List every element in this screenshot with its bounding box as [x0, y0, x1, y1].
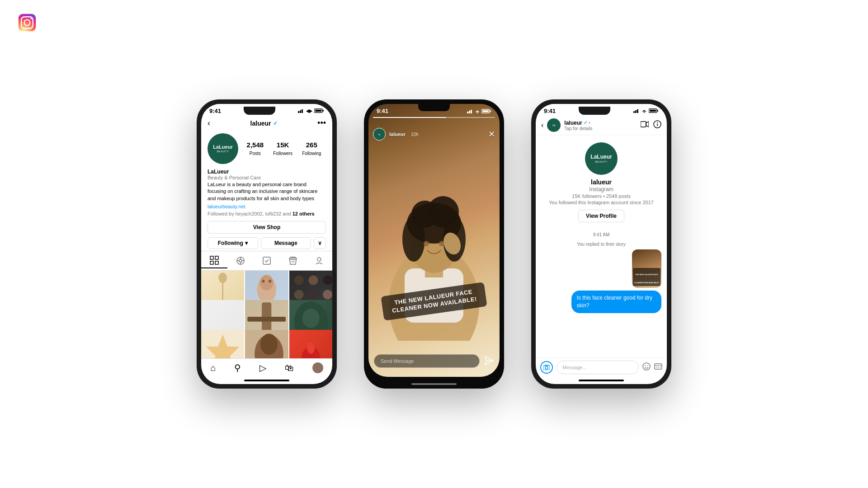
p1-stats-container: 2,548 Posts 15K Followers 265 Following — [242, 141, 326, 157]
svg-point-86 — [545, 366, 548, 369]
p2-send-icon[interactable] — [484, 356, 494, 367]
p2-progress-bar — [373, 117, 495, 118]
p1-nav-home[interactable]: ⌂ — [210, 363, 216, 373]
p2-status-bar: 9:41 — [368, 104, 500, 116]
p3-view-profile-btn[interactable]: View Profile — [578, 210, 624, 222]
svg-rect-80 — [657, 110, 658, 112]
svg-rect-76 — [637, 109, 638, 113]
p2-status-time: 9:41 — [377, 108, 388, 114]
p1-stat-posts: 2,548 Posts — [247, 141, 264, 157]
svg-point-69 — [427, 196, 459, 228]
p3-emoji-icon[interactable] — [654, 362, 662, 373]
p1-following-btn[interactable]: Following ▾ — [208, 237, 258, 249]
svg-rect-22 — [289, 258, 297, 259]
p2-story-close[interactable]: ✕ — [488, 129, 495, 139]
svg-point-77 — [644, 112, 645, 113]
svg-rect-56 — [471, 110, 472, 113]
p3-dm-avatar[interactable]: La — [547, 118, 561, 132]
p1-tab-tagged[interactable] — [254, 253, 280, 268]
p1-message-btn[interactable]: Message — [261, 237, 311, 249]
p3-camera-icon[interactable] — [540, 361, 553, 374]
p1-chevron-down-icon: ▾ — [245, 240, 248, 246]
p1-followers-count: 15K — [273, 141, 292, 149]
p3-video-icon[interactable] — [641, 121, 649, 129]
p2-message-input[interactable]: Send Message — [374, 354, 480, 368]
p1-following-label: Following — [218, 240, 243, 246]
p1-bio-link[interactable]: lalueurbeauty.net — [208, 204, 245, 209]
p1-more-action-btn[interactable]: ∨ — [314, 237, 326, 249]
p1-notch-area — [244, 107, 275, 115]
p1-action-buttons: Following ▾ Message ∨ — [201, 235, 332, 251]
p3-notch — [579, 107, 610, 115]
p2-status-icons — [467, 109, 491, 113]
p1-nav-reels[interactable]: ▷ — [259, 362, 266, 373]
p1-bio-text: LaLueur is a beauty and personal care br… — [208, 181, 326, 202]
svg-rect-74 — [633, 111, 635, 113]
p1-posts-count: 2,548 — [247, 141, 264, 149]
p1-nav-profile[interactable] — [312, 362, 323, 373]
p1-profile-header: ‹ lalueur ✓ ••• — [201, 116, 332, 131]
p1-more-btn[interactable]: ••• — [317, 118, 326, 128]
p1-grid-item-8[interactable] — [245, 330, 288, 358]
p1-tab-collab[interactable] — [306, 253, 332, 268]
p3-profile-followed: You followed this Instagram account sinc… — [549, 200, 654, 205]
p1-grid-item-9[interactable] — [289, 330, 332, 358]
phone2-screen: 9:41 — [368, 104, 500, 377]
p1-stats-row: LaLueur BEAUTY 2,548 Posts 15K Followers… — [201, 131, 332, 168]
p1-tabs-row — [201, 251, 332, 271]
svg-point-23 — [317, 258, 321, 261]
svg-point-70 — [424, 241, 429, 246]
p1-following-label: Following — [302, 151, 321, 156]
p2-story-username[interactable]: lalueur — [389, 131, 406, 137]
svg-point-30 — [269, 280, 271, 282]
p2-user-row: La lalueur 10h ✕ — [373, 128, 495, 141]
p1-avatar[interactable]: LaLueur BEAUTY — [208, 133, 238, 164]
svg-rect-14 — [215, 261, 218, 264]
p1-bottom-nav: ⌂ ⚲ ▷ 🛍 — [201, 358, 332, 380]
p1-home-indicator — [244, 380, 289, 381]
phone3-screen: 9:41 ‹ La lalueur ✓ › — [536, 104, 667, 384]
p1-tab-shop[interactable] — [280, 253, 306, 268]
p3-status-icons — [633, 108, 659, 113]
p1-view-shop-btn[interactable]: View Shop — [208, 221, 326, 234]
p1-verified: ✓ — [273, 120, 278, 127]
p3-back-btn[interactable]: ‹ — [541, 121, 543, 129]
p3-info-icon[interactable] — [653, 120, 661, 130]
p1-nav-shop[interactable]: 🛍 — [285, 363, 294, 373]
p3-message-placeholder: Message... — [562, 365, 587, 370]
p1-tab-grid[interactable] — [201, 253, 227, 268]
svg-rect-55 — [469, 111, 470, 113]
p1-back-arrow[interactable]: ‹ — [208, 118, 210, 128]
p1-posts-label: Posts — [250, 151, 261, 156]
svg-point-36 — [323, 290, 332, 300]
p1-stat-followers: 15K Followers — [273, 141, 292, 157]
svg-point-89 — [647, 365, 648, 366]
svg-point-57 — [477, 112, 478, 113]
story-full: 9:41 — [368, 104, 500, 377]
p3-dm-subtitle: Tap for details — [564, 126, 637, 131]
p1-status-icons — [298, 108, 324, 113]
p2-home-line — [411, 383, 457, 385]
p3-story-reply-thumb[interactable]: THE NEW LALUEUR FACE CLEANER NOW AVAILAB… — [632, 249, 661, 288]
p3-profile-name: lalueur — [591, 178, 612, 186]
svg-rect-46 — [248, 317, 286, 322]
p3-replied-text: You replied to their story — [541, 242, 661, 247]
svg-rect-12 — [215, 256, 218, 259]
svg-point-32 — [308, 276, 318, 285]
svg-rect-59 — [482, 110, 489, 112]
svg-rect-60 — [490, 110, 491, 112]
svg-point-33 — [323, 276, 332, 285]
phone1-frame: 9:41 ‹ lalueur ✓ ••• — [197, 99, 337, 389]
p3-message-input[interactable]: Message... — [557, 361, 639, 374]
p3-sticker-icon[interactable] — [642, 362, 651, 373]
p1-username: lalueur — [250, 120, 271, 127]
svg-point-34 — [294, 290, 303, 300]
p3-status-time: 9:41 — [544, 108, 556, 114]
svg-point-51 — [260, 333, 278, 355]
p1-nav-search[interactable]: ⚲ — [234, 362, 241, 373]
p1-grid-item-7[interactable] — [201, 330, 244, 358]
svg-rect-21 — [263, 257, 270, 264]
p1-tab-reels[interactable] — [227, 253, 254, 268]
p3-dm-header: ‹ La lalueur ✓ › Tap for details — [536, 116, 667, 135]
p1-bio-name: LaLueur — [208, 169, 326, 175]
